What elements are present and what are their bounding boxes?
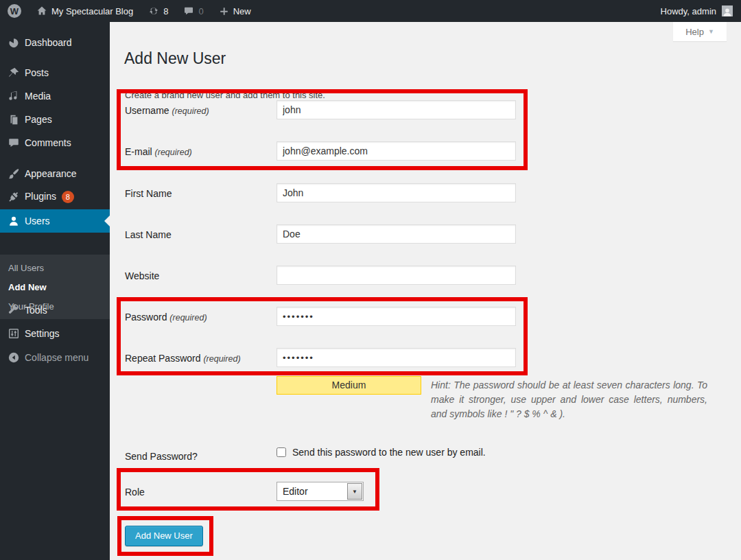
password-input[interactable] [277, 307, 516, 326]
sidebar-item-tools[interactable]: Tools [0, 299, 110, 322]
last-name-label: Last Name [125, 229, 172, 240]
email-input[interactable] [277, 141, 516, 161]
sidebar-item-settings[interactable]: Settings [0, 322, 110, 345]
email-label: E-mail [125, 146, 152, 157]
pushpin-icon [7, 66, 21, 80]
avatar [722, 5, 733, 16]
repeat-password-label: Repeat Password [125, 353, 201, 364]
settings-icon [7, 327, 21, 340]
required-note: (required) [169, 313, 207, 323]
sidebar-item-all-users[interactable]: All Users [0, 259, 110, 278]
wordpress-admin-page: W My Spectacular Blog 8 0 [0, 0, 741, 560]
site-name-link[interactable]: My Spectacular Blog [29, 0, 141, 22]
new-content-menu[interactable]: New [211, 0, 259, 22]
new-label: New [233, 6, 251, 16]
first-name-label: First Name [125, 188, 172, 199]
required-note: (required) [172, 106, 209, 116]
media-icon [7, 89, 21, 103]
sidebar-item-media[interactable]: Media [0, 84, 110, 108]
password-hint: Hint: The password should be at least se… [250, 378, 707, 421]
username-input[interactable] [277, 100, 516, 119]
chevron-down-icon: ▼ [347, 483, 362, 500]
required-note: (required) [155, 148, 192, 157]
plus-icon [219, 6, 229, 16]
send-password-checkbox-label: Send this password to the new user by em… [292, 447, 486, 458]
sidebar-item-dashboard[interactable]: Dashboard [0, 31, 110, 54]
help-button[interactable]: Help ▼ [673, 22, 727, 41]
repeat-password-input[interactable] [277, 348, 516, 367]
howdy-text: Howdy, admin [661, 6, 716, 16]
comment-icon [183, 5, 194, 16]
send-password-checkbox[interactable] [277, 447, 286, 457]
sidebar-item-users[interactable]: Users [0, 209, 110, 233]
website-label: Website [125, 270, 159, 281]
sidebar-item-comments[interactable]: Comments [0, 131, 110, 154]
required-note: (required) [203, 354, 240, 364]
sidebar-item-plugins[interactable]: Plugins8 [0, 185, 110, 209]
sidebar: Dashboard Posts Media Pages Comments [0, 22, 110, 560]
comment-count: 0 [198, 6, 203, 16]
wrench-icon [7, 303, 21, 317]
wordpress-logo-menu[interactable]: W [0, 0, 29, 22]
comments-link[interactable]: 0 [176, 0, 211, 22]
website-input[interactable] [277, 266, 516, 285]
plugin-icon [7, 190, 21, 204]
update-icon [148, 5, 159, 16]
first-name-input[interactable] [277, 183, 516, 202]
page-subtitle: Create a brand new user and add them to … [125, 90, 325, 100]
add-new-user-button[interactable]: Add New User [125, 526, 203, 546]
collapse-menu-button[interactable]: Collapse menu [0, 346, 110, 369]
page-title: Add New User [124, 49, 226, 68]
plugins-update-badge: 8 [62, 191, 74, 203]
chevron-down-icon: ▼ [708, 28, 714, 35]
admin-bar: W My Spectacular Blog 8 0 [0, 0, 741, 22]
username-label: Username [125, 105, 169, 116]
paintbrush-icon [7, 167, 21, 180]
role-label: Role [125, 487, 145, 498]
update-count: 8 [163, 6, 168, 16]
sidebar-item-appearance[interactable]: Appearance [0, 162, 110, 185]
dashboard-icon [7, 36, 21, 49]
collapse-icon [7, 351, 21, 364]
account-menu[interactable]: Howdy, admin [661, 0, 741, 22]
sidebar-item-pages[interactable]: Pages [0, 108, 110, 131]
role-select[interactable]: Editor ▼ [277, 482, 364, 501]
last-name-input[interactable] [277, 224, 516, 244]
role-selected-value: Editor [277, 486, 347, 497]
sidebar-item-posts[interactable]: Posts [0, 61, 110, 84]
comments-icon [7, 136, 21, 150]
wordpress-logo-icon: W [8, 4, 21, 18]
send-password-option: Send this password to the new user by em… [277, 447, 486, 458]
user-icon [7, 214, 21, 228]
main-content: Help ▼ Add New User Create a brand new u… [110, 22, 741, 560]
updates-link[interactable]: 8 [141, 0, 176, 22]
send-password-label: Send Password? [125, 451, 198, 462]
site-name: My Spectacular Blog [51, 6, 133, 16]
pages-icon [7, 113, 21, 126]
password-label: Password [125, 312, 167, 323]
home-icon [36, 5, 47, 16]
sidebar-item-add-new[interactable]: Add New [0, 278, 110, 297]
